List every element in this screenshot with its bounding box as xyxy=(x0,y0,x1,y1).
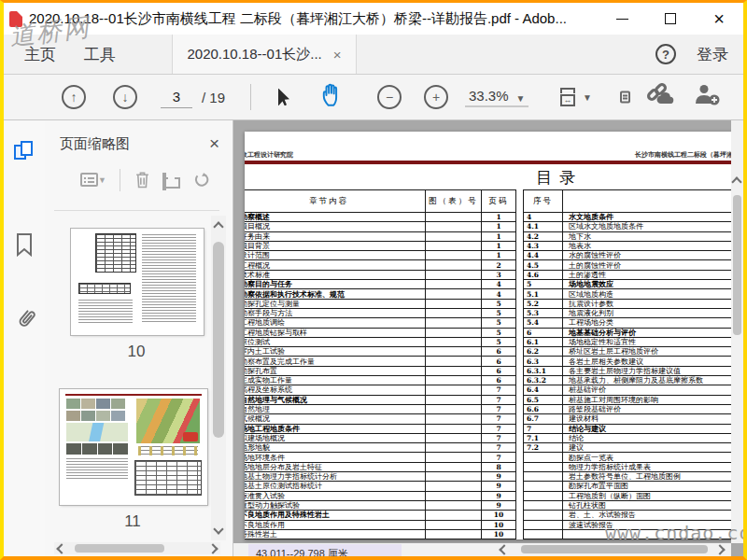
toc-entry-page: 5 xyxy=(482,299,516,308)
help-icon[interactable]: ? xyxy=(655,44,676,64)
pdf-page[interactable]: 政工程设计研究院 长沙市南横线工程二标段（暮坪湘江大 目录 章节内容 图（表）号… xyxy=(245,132,734,539)
page-count-label: / 19 xyxy=(202,90,225,105)
toc-entry-figno xyxy=(426,270,482,279)
page-header-right: 长沙市南横线工程二标段（暮坪湘江大 xyxy=(635,150,734,160)
thumb11-photos-art xyxy=(66,399,128,421)
toc-entry-page: 10 xyxy=(482,511,516,520)
toc-title: 目录 xyxy=(499,167,620,189)
thumbnail-page-10[interactable] xyxy=(71,229,204,335)
options-list-icon xyxy=(80,173,98,187)
panel-separator xyxy=(54,210,219,211)
toc-entry-index xyxy=(524,511,563,520)
toc-row: 设计范围 1 xyxy=(245,251,516,260)
attachments-icon[interactable] xyxy=(14,307,38,335)
toc-row: 勘探孔定位与测量 5 xyxy=(245,299,516,308)
toc-entry-title xyxy=(563,529,735,539)
toc-entry-index: 6.3.1 xyxy=(524,366,563,375)
panel-vertical-scrollbar[interactable] xyxy=(211,216,226,540)
thumb11-mapstrip-art xyxy=(66,423,128,441)
delete-pages-icon[interactable] xyxy=(134,171,150,192)
menu-home[interactable]: 主页 xyxy=(17,44,63,65)
select-tool-icon[interactable] xyxy=(278,89,292,106)
thumbnail-page-11[interactable] xyxy=(60,389,207,505)
toc-entry-index: 4.6 xyxy=(524,270,563,279)
scroll-right-icon[interactable] xyxy=(714,544,725,554)
toc-row: 勘探点一览表 xyxy=(524,453,735,462)
scroll-up-icon[interactable] xyxy=(213,221,223,231)
toc-entry-figno xyxy=(426,472,482,482)
toc-entry-page: 1 xyxy=(482,231,516,241)
thumb10-text-art xyxy=(78,300,133,324)
minimize-icon xyxy=(616,19,628,20)
share-link-icon[interactable] xyxy=(642,83,674,111)
toc-entry-figno xyxy=(426,462,482,471)
toc-entry-index: 6.4 xyxy=(524,385,563,395)
toc-table-right: 序号 章节内容 4 水文地质条件 xyxy=(523,189,734,539)
toc-entry-title: 工程地质调绘 xyxy=(245,318,426,328)
toc-entry-page: 7 xyxy=(482,404,516,413)
toc-row: 勘察布置及完成工作量 6 xyxy=(245,357,516,366)
page-header-left: 政工程设计研究院 xyxy=(245,150,293,160)
toc-row: 场地工程地质条件 7 xyxy=(245,424,516,433)
main-horizontal-scrollbar[interactable]: 43.011--29.798 厘米 xyxy=(233,543,731,556)
panel-close-icon[interactable]: × xyxy=(209,133,219,154)
scroll-right-icon[interactable] xyxy=(207,543,218,553)
main-horizontal-scroll-thumb[interactable] xyxy=(521,545,708,553)
scroll-left-icon[interactable] xyxy=(499,544,509,554)
toc-row: 6.4 桩基础评价 xyxy=(524,385,735,395)
rotate-pages-icon[interactable] xyxy=(194,173,209,193)
zoom-out-button[interactable]: − xyxy=(377,85,402,109)
minimize-button[interactable] xyxy=(598,5,646,33)
toc-entry-index xyxy=(524,482,563,491)
thumbnail-options-button[interactable]: ▼ xyxy=(80,173,106,187)
add-user-icon[interactable] xyxy=(693,83,721,111)
toc-row: 钻孔柱状图 xyxy=(524,500,735,510)
toc-entry-title: 地表水 xyxy=(563,241,735,250)
toc-entry-index xyxy=(524,529,563,539)
scroll-down-icon[interactable] xyxy=(213,524,223,534)
main-vertical-scrollbar[interactable] xyxy=(731,120,743,543)
tab-close-icon[interactable]: × xyxy=(333,47,342,63)
previous-page-button[interactable]: ↑ xyxy=(62,85,86,109)
main-vertical-scroll-thumb[interactable] xyxy=(733,195,741,335)
page-thumbnails-icon[interactable] xyxy=(14,141,35,161)
scroll-up-icon[interactable] xyxy=(731,176,741,187)
zoom-level-dropdown[interactable]: 33.3% ▼ xyxy=(465,88,529,107)
page-number-input[interactable]: 3 xyxy=(161,86,192,108)
toc-entry-page: 5 xyxy=(482,328,516,337)
note-icon[interactable] xyxy=(620,91,630,104)
app-window: 道桥网 2020.10.18--01长沙市南横线工程 二标段（暮坪湘江大桥）桥梁… xyxy=(0,0,747,560)
toc-entry-figno xyxy=(426,241,482,250)
toc-row: 高程及坐标系统 7 xyxy=(245,385,516,395)
panel-vertical-scroll-thumb[interactable] xyxy=(213,242,224,438)
toc-row: 不良地质作用及特殊性岩土 10 xyxy=(245,511,516,520)
scroll-left-icon[interactable] xyxy=(56,543,66,553)
page-fit-dropdown[interactable]: ↔ ▼ xyxy=(560,88,592,106)
toc-entry-figno xyxy=(426,529,482,539)
toc-row: 重型动力触探试验 9 xyxy=(245,500,516,510)
close-button[interactable]: × xyxy=(695,5,743,33)
hand-tool-icon[interactable] xyxy=(321,83,344,111)
next-page-button[interactable]: ↓ xyxy=(113,85,137,109)
toc-entry-title: 结论与建议 xyxy=(563,424,735,433)
document-tab[interactable]: 2020.10.18--01长沙... × xyxy=(172,35,357,74)
panel-horizontal-scroll-thumb[interactable] xyxy=(75,544,164,553)
toc-entry-index: 7.1 xyxy=(524,433,563,442)
toc-entry-figno xyxy=(426,347,482,357)
toc-header-row: 序号 章节内容 xyxy=(524,190,735,213)
toc-entry-figno xyxy=(426,385,482,395)
maximize-button[interactable] xyxy=(646,5,695,33)
sign-in-button[interactable]: 登录 xyxy=(697,44,728,65)
toc-entry-title: 勘察依据和执行技术标准、规范 xyxy=(245,289,426,299)
toc-entry-figno xyxy=(426,424,482,433)
toc-entry-figno xyxy=(426,260,482,270)
panel-horizontal-scrollbar[interactable] xyxy=(54,542,220,554)
toc-entry-title: 钻孔柱状图 xyxy=(563,500,735,510)
menu-tools[interactable]: 工具 xyxy=(77,44,123,65)
toc-entry-figno xyxy=(426,357,482,366)
thumbnail-label: 11 xyxy=(67,512,198,531)
zoom-in-button[interactable]: + xyxy=(424,85,448,109)
insert-pages-icon[interactable] xyxy=(162,173,166,189)
toc-entry-title: 拟建场地概况 xyxy=(245,433,426,442)
bookmarks-icon[interactable] xyxy=(14,232,35,260)
